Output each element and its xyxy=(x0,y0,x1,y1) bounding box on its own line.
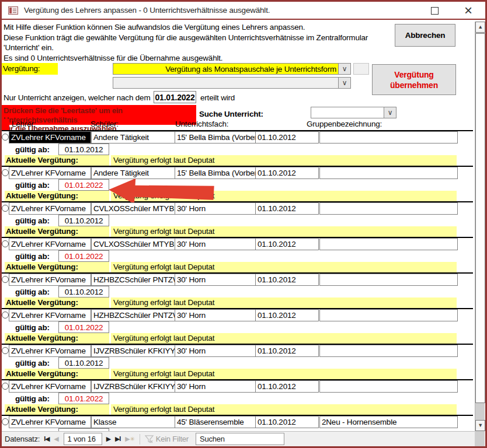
gueltig-ab-field[interactable]: 01.10.2012 xyxy=(58,286,109,298)
aktuelle-verguetung-value[interactable]: Vergütung erfolgt laut Deputat xyxy=(111,333,457,344)
record-radio[interactable] xyxy=(2,383,9,390)
record-main-row: ZVLehrer KFVorname CVLXOSSchüler MTYBN 3… xyxy=(2,202,473,215)
search-unterricht-value[interactable] xyxy=(311,107,384,118)
scroll-down-icon[interactable]: ▼ xyxy=(475,420,485,431)
unterrichtsfach-cell[interactable]: 15' Bella Bimba (Vorbere xyxy=(175,131,256,144)
aktuelle-verguetung-value[interactable]: Vergütung erfolgt laut Deputat xyxy=(111,369,457,379)
record-radio[interactable] xyxy=(2,240,9,247)
verguetung-detail-combo[interactable]: ∨ xyxy=(113,77,351,89)
new-record-button[interactable]: ▶✳ xyxy=(125,435,134,443)
date-filter-field[interactable]: 01.01.2022 xyxy=(154,91,196,103)
datum-cell[interactable]: 01.10.2012 xyxy=(255,274,319,286)
gueltig-ab-field[interactable]: 01.01.2022 xyxy=(58,250,109,262)
gruppenbezeichnung-cell[interactable] xyxy=(319,131,458,144)
lehrer-cell[interactable]: ZVLehrer KFVorname xyxy=(9,131,91,144)
aktuelle-verguetung-label: Aktuelle Vergütung: xyxy=(5,155,109,166)
unterrichtsfach-cell[interactable]: 30' Horn xyxy=(175,380,256,393)
gueltig-ab-field[interactable]: 01.01.2022 xyxy=(58,393,109,404)
maximize-button[interactable] xyxy=(431,7,439,15)
unterrichtsfach-cell[interactable]: 30' Horn xyxy=(175,238,256,250)
previous-record-button[interactable]: ◀ xyxy=(54,435,58,443)
datum-cell[interactable]: 01.10.2012 xyxy=(255,131,319,144)
scroll-up-icon[interactable]: ▲ xyxy=(475,22,485,33)
schueler-cell[interactable]: Andere Tätigkeit xyxy=(91,131,175,144)
gruppenbezeichnung-cell[interactable] xyxy=(319,309,458,321)
schueler-cell[interactable]: IJVZRBSchüler KFKIYY xyxy=(91,380,175,393)
unterrichtsfach-cell[interactable]: 30' Horn xyxy=(175,202,256,215)
vertical-scrollbar[interactable]: ▲ ▼ xyxy=(475,22,485,431)
schueler-cell[interactable]: CVLXOSSchüler MTYBN xyxy=(91,238,175,250)
unterrichtsfach-cell[interactable]: 45' Bläserensemble xyxy=(175,416,256,428)
aktuelle-verguetung-value[interactable]: Vergütung erfolgt laut Deputat xyxy=(111,298,457,308)
unterrichtsfach-cell[interactable]: 15' Bella Bimba (Vorbere xyxy=(175,167,256,179)
record-search-box[interactable]: Suchen xyxy=(196,433,284,445)
schueler-cell[interactable]: HZHBZCSchüler PNTZW xyxy=(91,309,175,321)
gruppenbezeichnung-cell[interactable] xyxy=(319,274,458,286)
schueler-cell[interactable]: HZHBZCSchüler PNTZW xyxy=(91,274,175,286)
unterrichtsfach-cell[interactable]: 30' Horn xyxy=(175,345,256,357)
cancel-button[interactable]: Abbrechen xyxy=(395,24,455,47)
gueltig-ab-field[interactable]: 01.10.2012 xyxy=(58,357,109,369)
gruppenbezeichnung-cell[interactable] xyxy=(319,202,458,215)
lehrer-cell[interactable]: ZVLehrer KFVorname xyxy=(9,238,91,250)
verguetung-combo[interactable]: Vergütung als Monatspauschale je Unterri… xyxy=(113,63,351,75)
datum-cell[interactable]: 01.10.2012 xyxy=(255,202,319,215)
scrollbar-thumb[interactable] xyxy=(475,33,485,403)
lehrer-cell[interactable]: ZVLehrer KFVorname xyxy=(9,202,91,215)
record-radio[interactable] xyxy=(2,276,9,283)
record-radio[interactable] xyxy=(2,134,9,141)
record-radio[interactable] xyxy=(2,347,9,354)
filter-status[interactable]: Kein Filter xyxy=(156,435,189,443)
apply-verguetung-button[interactable]: Vergütung übernehmen xyxy=(372,64,456,95)
schueler-cell[interactable]: CVLXOSSchüler MTYBN xyxy=(91,202,175,215)
aktuelle-verguetung-value[interactable]: Vergütung erfolgt laut Deputat xyxy=(111,155,457,166)
lehrer-cell[interactable]: ZVLehrer KFVorname xyxy=(9,167,91,179)
gruppenbezeichnung-cell[interactable] xyxy=(319,167,458,179)
lehrer-cell[interactable]: ZVLehrer KFVorname xyxy=(9,345,91,357)
chevron-down-icon[interactable]: ∨ xyxy=(384,107,396,118)
datum-cell[interactable]: 01.10.2012 xyxy=(255,380,319,393)
aktuelle-verguetung-value[interactable]: Vergütung erfolgt laut Deputat xyxy=(111,226,457,237)
last-record-button[interactable]: ▶ xyxy=(115,435,121,443)
scrollbar-corner xyxy=(475,431,485,446)
schueler-cell[interactable]: Klasse xyxy=(91,416,175,428)
first-record-button[interactable]: ◀ xyxy=(44,435,50,443)
gueltig-ab-field[interactable]: 01.10.2012 xyxy=(58,215,109,226)
datum-cell[interactable]: 01.10.2012 xyxy=(255,238,319,250)
gueltig-ab-field[interactable]: 01.01.2022 xyxy=(58,321,109,333)
close-button[interactable]: × xyxy=(464,2,472,19)
verguetung-row: Aktuelle Vergütung: Vergütung erfolgt la… xyxy=(2,155,473,166)
verguetung-detail-value[interactable] xyxy=(113,77,339,89)
record-radio[interactable] xyxy=(2,205,9,212)
datum-cell[interactable]: 01.10.2012 xyxy=(255,345,319,357)
lehrer-cell[interactable]: ZVLehrer KFVorname xyxy=(9,416,91,428)
gueltig-ab-field[interactable]: 01.10.2012 xyxy=(58,144,109,155)
gueltig-ab-field[interactable]: 01.01.2022 xyxy=(58,179,109,191)
record-main-row: ZVLehrer KFVorname Klasse 45' Bläserense… xyxy=(2,416,473,428)
lehrer-cell[interactable]: ZVLehrer KFVorname xyxy=(9,274,91,286)
record-radio[interactable] xyxy=(2,169,9,176)
header-schueler: Schüler: xyxy=(91,120,119,128)
record-radio[interactable] xyxy=(2,418,9,425)
unterrichtsfach-cell[interactable]: 30' Horn xyxy=(175,274,256,286)
schueler-cell[interactable]: IJVZRBSchüler KFKIYY xyxy=(91,345,175,357)
verguetung-combo-value[interactable]: Vergütung als Monatspauschale je Unterri… xyxy=(113,63,339,75)
datum-cell[interactable]: 01.10.2012 xyxy=(255,416,319,428)
gruppenbezeichnung-cell[interactable]: 2Neu - Hornensemble xyxy=(319,416,458,428)
next-record-button[interactable]: ▶ xyxy=(106,435,111,443)
search-unterricht-combo[interactable]: ∨ xyxy=(311,107,396,118)
chevron-down-icon[interactable]: ∨ xyxy=(339,63,351,75)
gueltig-row: gültig ab: 01.10.2012 xyxy=(2,286,473,298)
unterrichtsfach-cell[interactable]: 30' Horn xyxy=(175,309,256,321)
record-radio[interactable] xyxy=(2,312,9,318)
datum-cell[interactable]: 01.10.2012 xyxy=(255,309,319,321)
gruppenbezeichnung-cell[interactable] xyxy=(319,238,458,250)
datum-cell[interactable]: 01.10.2012 xyxy=(255,167,319,179)
aktuelle-verguetung-value[interactable]: Vergütung erfolgt laut Deputat xyxy=(111,262,457,272)
gruppenbezeichnung-cell[interactable] xyxy=(319,380,458,393)
aktuelle-verguetung-value[interactable]: Vergütung erfolgt laut Deputat xyxy=(111,404,457,415)
lehrer-cell[interactable]: ZVLehrer KFVorname xyxy=(9,309,91,321)
gruppenbezeichnung-cell[interactable] xyxy=(319,345,458,357)
chevron-down-icon[interactable]: ∨ xyxy=(339,77,351,89)
lehrer-cell[interactable]: ZVLehrer KFVorname xyxy=(9,380,91,393)
